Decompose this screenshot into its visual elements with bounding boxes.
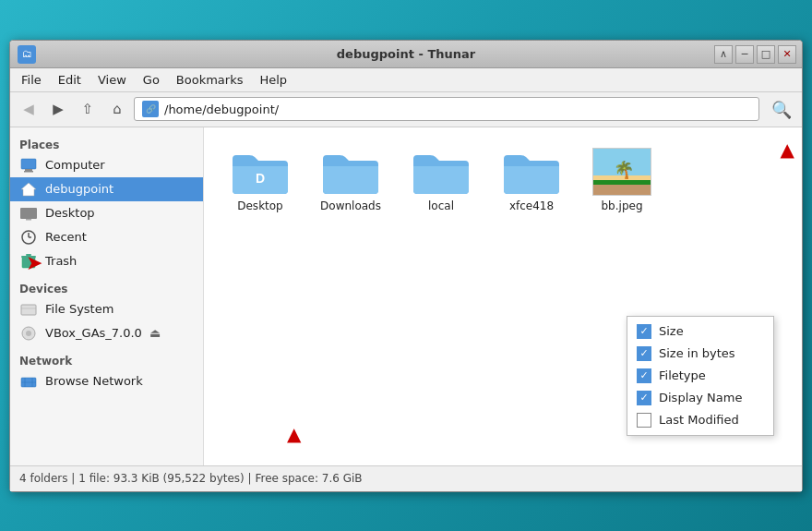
sidebar-item-home[interactable]: debugpoint xyxy=(10,177,203,201)
filesystem-label: File System xyxy=(45,302,113,316)
file-label-bbjpeg: bb.jpeg xyxy=(602,199,643,212)
home-button[interactable]: ⌂ xyxy=(104,96,130,122)
dropdown-filetype[interactable]: ✓ Filetype xyxy=(627,365,773,387)
sidebar: Places Computer debugpoint xyxy=(10,127,204,465)
checkbox-filetype[interactable]: ✓ xyxy=(637,368,651,383)
back-button[interactable]: ◀ xyxy=(16,96,42,122)
folder-icon-local xyxy=(412,148,471,196)
network-header: Network xyxy=(10,351,203,369)
address-icon: 🔗 xyxy=(142,101,159,117)
recent-icon xyxy=(19,228,38,247)
svg-rect-12 xyxy=(21,305,36,315)
filesystem-icon xyxy=(19,300,38,319)
menu-file[interactable]: File xyxy=(14,71,49,89)
dropdown-size[interactable]: ✓ Size xyxy=(627,320,773,343)
computer-icon xyxy=(19,156,38,175)
sidebar-item-desktop[interactable]: Desktop xyxy=(10,201,203,225)
menu-help[interactable]: Help xyxy=(252,71,294,89)
search-button[interactable]: 🔍 xyxy=(767,94,796,124)
checkbox-displayname[interactable]: ✓ xyxy=(637,391,651,405)
network-label: Browse Network xyxy=(45,374,143,388)
title-bar: 🗂 debugpoint - Thunar ∧ ─ □ ✕ xyxy=(10,41,802,68)
trash-label: Trash xyxy=(45,254,77,268)
svg-point-15 xyxy=(26,331,31,336)
folder-icon-xfce418 xyxy=(502,148,561,196)
dropdown-size-label: Size xyxy=(659,324,684,338)
arrow-bottom-indicator: ▲ xyxy=(287,423,301,445)
status-text: 4 folders | 1 file: 93.3 KiB (95,522 byt… xyxy=(19,472,363,485)
desktop-icon xyxy=(19,204,38,223)
file-label-downloads: Downloads xyxy=(320,199,381,212)
eject-icon[interactable]: ⏏ xyxy=(149,326,161,340)
file-item-xfce418[interactable]: xfce418 xyxy=(490,142,573,218)
minimize-button[interactable]: ─ xyxy=(735,45,754,64)
file-label-xfce418: xfce418 xyxy=(509,199,554,212)
checkbox-size[interactable]: ✓ xyxy=(637,324,651,339)
address-text: /home/debugpoint/ xyxy=(164,103,279,116)
home-label: debugpoint xyxy=(45,182,113,196)
sidebar-item-vbox[interactable]: VBox_GAs_7.0.0 ⏏ xyxy=(10,321,203,345)
sidebar-item-recent[interactable]: Recent xyxy=(10,225,203,249)
sidebar-item-network[interactable]: Browse Network xyxy=(10,369,203,393)
svg-rect-5 xyxy=(26,219,31,221)
dropdown-displayname-label: Display Name xyxy=(659,391,742,404)
arrow-recent-indicator: ➤ xyxy=(26,251,42,274)
devices-header: Devices xyxy=(10,279,203,297)
home-icon xyxy=(19,180,38,199)
dropdown-menu: ✓ Size ✓ Size in bytes ✓ Filetype ✓ Disp… xyxy=(627,316,774,436)
menu-view[interactable]: View xyxy=(90,71,134,89)
vbox-icon xyxy=(19,324,38,343)
file-label-desktop: Desktop xyxy=(237,199,283,212)
file-label-local: local xyxy=(428,199,454,212)
file-item-desktop[interactable]: D Desktop xyxy=(219,142,302,218)
forward-button[interactable]: ▶ xyxy=(45,96,71,122)
dropdown-size-bytes-label: Size in bytes xyxy=(659,346,735,360)
sidebar-item-computer[interactable]: Computer xyxy=(10,153,203,177)
status-bar: 4 folders | 1 file: 93.3 KiB (95,522 byt… xyxy=(10,465,802,491)
checkbox-size-bytes[interactable]: ✓ xyxy=(637,346,651,361)
menu-go[interactable]: Go xyxy=(136,71,167,89)
svg-rect-0 xyxy=(21,159,36,169)
file-item-local[interactable]: local xyxy=(400,142,483,218)
image-thumb-bbjpeg: 🌴 xyxy=(592,148,651,196)
chevron-up-btn[interactable]: ∧ xyxy=(714,45,733,64)
file-item-bbjpeg[interactable]: 🌴 bb.jpeg xyxy=(580,142,663,218)
dropdown-size-bytes[interactable]: ✓ Size in bytes xyxy=(627,343,773,365)
sidebar-item-filesystem[interactable]: File System xyxy=(10,297,203,321)
recent-label: Recent xyxy=(45,230,87,244)
checkbox-lastmodified[interactable] xyxy=(637,413,651,428)
toolbar: ◀ ▶ ⇧ ⌂ 🔗 /home/debugpoint/ 🔍 xyxy=(10,92,802,127)
arrow-search-indicator: ▲ xyxy=(781,139,794,161)
places-header: Places xyxy=(10,135,203,153)
close-button[interactable]: ✕ xyxy=(778,45,796,64)
menu-bar: File Edit View Go Bookmarks Help xyxy=(10,68,802,92)
menu-edit[interactable]: Edit xyxy=(51,71,89,89)
svg-rect-4 xyxy=(20,208,37,219)
window-icon: 🗂 xyxy=(18,45,36,64)
svg-rect-1 xyxy=(25,169,32,171)
dropdown-lastmodified[interactable]: Last Modified xyxy=(627,409,773,431)
svg-rect-2 xyxy=(24,171,33,173)
dropdown-filetype-label: Filetype xyxy=(659,368,706,382)
vbox-label: VBox_GAs_7.0.0 xyxy=(45,326,142,340)
desktop-label: Desktop xyxy=(45,206,95,220)
dropdown-displayname[interactable]: ✓ Display Name xyxy=(627,387,773,409)
computer-label: Computer xyxy=(45,158,105,172)
browse-network-icon xyxy=(19,372,38,391)
window-controls: ∧ ─ □ ✕ xyxy=(714,45,796,64)
dropdown-lastmodified-label: Last Modified xyxy=(659,413,739,427)
maximize-button[interactable]: □ xyxy=(757,45,775,64)
address-bar[interactable]: 🔗 /home/debugpoint/ xyxy=(134,97,759,121)
up-button[interactable]: ⇧ xyxy=(75,96,101,122)
svg-text:D: D xyxy=(256,171,265,186)
svg-marker-3 xyxy=(21,183,36,196)
folder-icon-desktop: D xyxy=(231,148,290,196)
folder-icon-downloads xyxy=(321,148,380,196)
menu-bookmarks[interactable]: Bookmarks xyxy=(169,71,251,89)
window-title: debugpoint - Thunar xyxy=(337,47,475,61)
file-item-downloads[interactable]: Downloads xyxy=(309,142,392,218)
